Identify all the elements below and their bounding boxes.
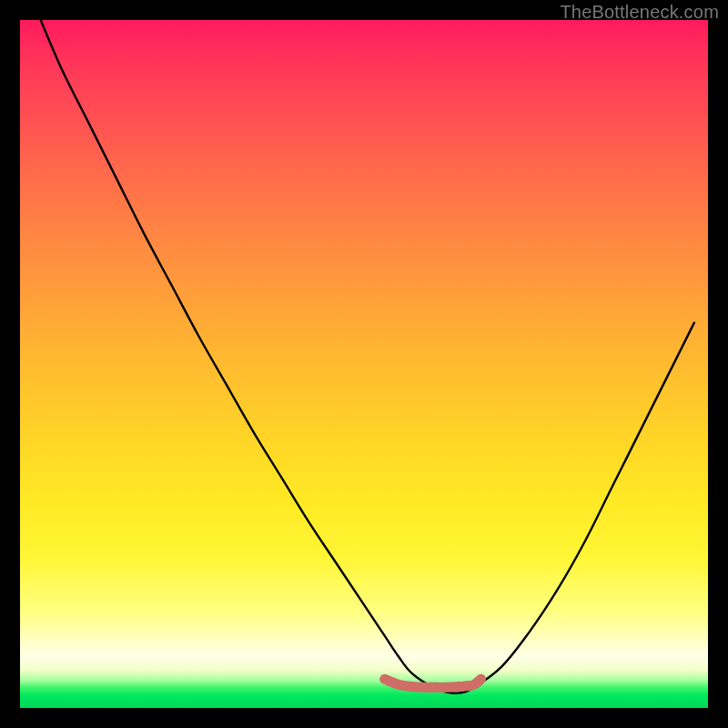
plot-area [20,20,708,708]
sweet-spot-highlight [385,679,481,687]
watermark-text: TheBottleneck.com [560,2,719,23]
chart-frame: TheBottleneck.com [0,0,728,728]
bottleneck-curve [41,20,694,693]
chart-svg [20,20,708,708]
